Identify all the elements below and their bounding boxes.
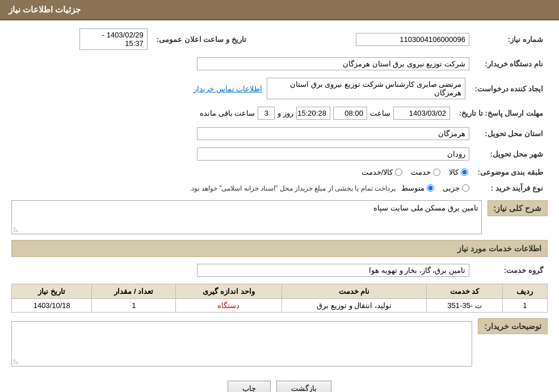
deadline-remaining-box: 15:20:28 [296, 107, 330, 120]
print-button[interactable]: چاپ [228, 381, 271, 392]
deadline-row: 1403/03/02 ساعت 08:00 15:20:28 روز و 3 س… [11, 104, 455, 122]
col-service-code: کد خدمت [427, 284, 502, 299]
buyer-notes-box: ◺ [11, 321, 472, 366]
info-table-row8: نوع فرآیند خرید : جزیی متوسط [11, 182, 548, 195]
col-row-num: ردیف [502, 284, 547, 299]
deadline-time-box: 08:00 [333, 107, 367, 120]
page-container: جزئیات اطلاعات نیاز شماره نیاز: 11030041… [0, 0, 559, 392]
back-button[interactable]: بازگشت [276, 381, 331, 392]
row-num: 1 [502, 299, 547, 313]
process-radio-group: جزیی متوسط [401, 184, 469, 192]
service-group-table: گروه خدمت: تامین برق، گاز، بخار و تهویه … [11, 262, 548, 279]
request-number-value: 1103004106000096 [251, 26, 474, 52]
process-value: جزیی متوسط پرداخت تمام یا بخشی از مبلغ خ… [11, 182, 474, 195]
announce-date-value: 1403/02/29 - 15:37 [11, 26, 152, 52]
general-desc-container: تامین برق مسکن ملی سایت سپاه ◺ [11, 200, 482, 234]
buyer-org-box: شرکت توزیع نیروی برق استان هرمزگان [197, 57, 469, 70]
col-quantity: تعداد / مقدار [92, 284, 176, 299]
category-service-label: خدمت [411, 168, 431, 176]
deadline-label: مهلت ارسال پاسخ: تا تاریخ: [455, 104, 548, 122]
col-unit: واحد اندازه گیری [176, 284, 281, 299]
info-table-row1: شماره نیاز: 1103004106000096 تاریخ و ساع… [11, 26, 548, 52]
buyer-org-label: نام دستگاه خریدار: [474, 55, 548, 73]
services-table: ردیف کد خدمت نام خدمت واحد اندازه گیری ت… [11, 284, 548, 313]
buyer-notes-container: ◺ [11, 318, 472, 366]
page-header: جزئیات اطلاعات نیاز [0, 0, 559, 20]
services-section-title: اطلاعات خدمات مورد نیاز [11, 240, 548, 257]
col-service-name: نام خدمت [281, 284, 427, 299]
announce-date-label: تاریخ و ساعت اعلان عمومی: [152, 26, 251, 52]
deadline-days-box: 3 [258, 107, 275, 120]
category-both-label: کالا/خدمت [362, 168, 393, 176]
creator-label: ایجاد کننده درخواست: [470, 75, 548, 102]
deadline-date-box: 1403/03/02 [393, 107, 450, 120]
info-table-row5: استان محل تحویل: هرمزگان [11, 125, 548, 142]
services-table-header: ردیف کد خدمت نام خدمت واحد اندازه گیری ت… [12, 284, 548, 299]
service-group-value: تامین برق، گاز، بخار و تهویه هوا [11, 262, 474, 279]
creator-box: مرتضی صابری کارشناس شرکت توزیع نیروی برق… [267, 78, 465, 99]
general-desc-box: تامین برق مسکن ملی سایت سپاه ◺ [11, 200, 482, 234]
buyer-notes-section: توضیحات خریدار: ◺ [11, 318, 548, 366]
need-date: 1403/10/18 [12, 299, 92, 313]
services-table-body: 1 ت -35-351 تولید، انتقال و توزیع برق دس… [12, 299, 548, 313]
creator-value: مرتضی صابری کارشناس شرکت توزیع نیروی برق… [11, 75, 470, 102]
desc-corner-mark: ◺ [14, 225, 18, 233]
category-radio-both[interactable]: کالا/خدمت [362, 168, 403, 176]
general-desc-title: شرح کلی نیاز: [487, 200, 548, 216]
info-table-row4: مهلت ارسال پاسخ: تا تاریخ: 1403/03/02 سا… [11, 104, 548, 122]
process-label: نوع فرآیند خرید : [474, 182, 548, 195]
province-label: استان محل تحویل: [474, 125, 548, 142]
service-name: تولید، انتقال و توزیع برق [281, 299, 427, 313]
header-title: جزئیات اطلاعات نیاز [9, 5, 81, 14]
city-value: رودان [11, 145, 474, 163]
col-date: تاریخ نیاز [12, 284, 92, 299]
category-radio-group: کالا خدمت کالا/خدمت [16, 168, 468, 176]
contact-link[interactable]: اطلاعات تماس خریدار [194, 85, 262, 93]
category-value: کالا خدمت کالا/خدمت [11, 166, 473, 179]
buyer-org-value: شرکت توزیع نیروی برق استان هرمزگان [11, 55, 474, 73]
deadline-time-label: ساعت [370, 109, 390, 117]
table-row: 1 ت -35-351 تولید، انتقال و توزیع برق دس… [12, 299, 548, 313]
process-radio-medium[interactable]: متوسط [401, 184, 434, 192]
service-group-label: گروه خدمت: [474, 262, 548, 279]
city-label: شهر محل تحویل: [474, 145, 548, 163]
category-label: طبقه بندی موضوعی: [473, 166, 548, 179]
main-content: شماره نیاز: 1103004106000096 تاریخ و ساع… [0, 20, 559, 392]
announce-date-box: 1403/02/29 - 15:37 [79, 28, 148, 50]
info-table-row2: نام دستگاه خریدار: شرکت توزیع نیروی برق … [11, 55, 548, 73]
unit: دستگاه [176, 299, 281, 313]
buyer-notes-corner-mark: ◺ [14, 357, 18, 365]
process-medium-label: متوسط [401, 184, 424, 192]
info-table-row6: شهر محل تحویل: رودان [11, 145, 548, 163]
process-partial-label: جزیی [443, 184, 460, 192]
request-number-label: شماره نیاز: [474, 26, 548, 52]
quantity: 1 [92, 299, 176, 313]
buyer-notes-content [12, 322, 472, 364]
buttons-row: بازگشت چاپ [11, 372, 548, 392]
deadline-remaining-label: ساعت باقی مانده [200, 109, 255, 117]
process-note: پرداخت تمام یا بخشی از مبلغ خریداز محل "… [190, 184, 396, 192]
info-table-row7: طبقه بندی موضوعی: کالا خدمت [11, 166, 548, 179]
city-box: رودان [197, 147, 469, 161]
request-number-box: 1103004106000096 [356, 33, 469, 46]
general-desc-content: تامین برق مسکن ملی سایت سپاه [373, 204, 478, 212]
deadline-days-label: روز و [278, 109, 293, 117]
service-code: ت -35-351 [427, 299, 502, 313]
province-box: هرمزگان [197, 127, 469, 140]
general-desc-section: شرح کلی نیاز: تامین برق مسکن ملی سایت سپ… [11, 200, 548, 234]
service-group-box: تامین برق، گاز، بخار و تهویه هوا [197, 264, 469, 277]
process-radio-partial[interactable]: جزیی [443, 184, 469, 192]
category-goods-label: کالا [449, 168, 459, 176]
category-radio-goods[interactable]: کالا [449, 168, 468, 176]
province-value: هرمزگان [11, 125, 474, 142]
category-radio-service[interactable]: خدمت [411, 168, 440, 176]
buyer-notes-title: توضیحات خریدار: [478, 318, 548, 334]
info-table-row3: ایجاد کننده درخواست: مرتضی صابری کارشناس… [11, 75, 548, 102]
